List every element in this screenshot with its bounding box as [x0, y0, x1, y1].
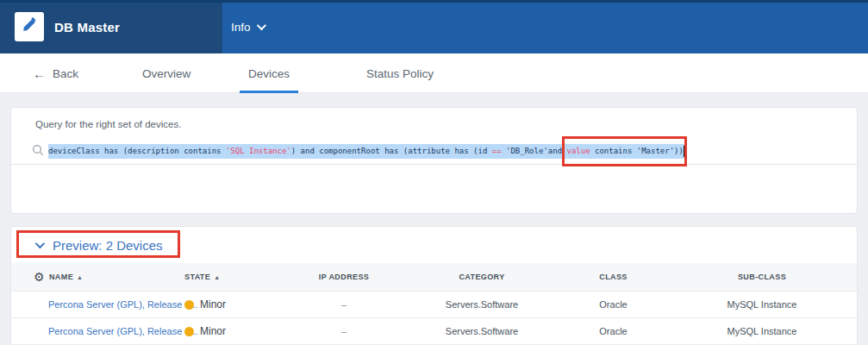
- chevron-down-icon: [35, 239, 45, 248]
- query-seg-1: deviceClass has (description contains: [48, 147, 226, 155]
- back-label: Back: [53, 67, 78, 80]
- tab-overview[interactable]: Overview: [134, 53, 199, 93]
- header-top-edge: [0, 0, 868, 3]
- category-cell: Servers.Software: [400, 326, 564, 336]
- query-seg-7: contains 'Master')): [590, 147, 684, 155]
- class-cell: Oracle: [564, 326, 663, 336]
- column-header-subclass[interactable]: SUB-CLASS: [663, 273, 861, 281]
- query-seg-3: ) and componentRoot has (attribute has (…: [291, 147, 492, 155]
- state-cell: Minor: [184, 325, 288, 337]
- tab-devices-label: Devices: [248, 67, 290, 80]
- column-state-label: STATE: [184, 273, 210, 281]
- ip-address-cell: –: [288, 299, 400, 310]
- query-seg-string-literal: 'SQL Instance': [226, 147, 291, 155]
- tab-status-policy-label: Status Policy: [366, 67, 434, 80]
- table-row[interactable]: Percona Server (GPL), Release 1... Minor…: [11, 318, 857, 345]
- column-subclass-label: SUB-CLASS: [738, 273, 786, 281]
- chevron-down-icon: [256, 21, 265, 30]
- column-header-class[interactable]: CLASS: [564, 273, 663, 281]
- query-heading: Query for the right set of devices.: [35, 119, 181, 129]
- back-button[interactable]: ← Back: [24, 53, 87, 93]
- ip-address-cell: –: [288, 326, 400, 336]
- class-cell: Oracle: [564, 299, 663, 310]
- page-title: DB Master: [54, 20, 120, 34]
- sort-asc-icon: ▲: [214, 274, 220, 280]
- device-query-input[interactable]: deviceClass has (description contains 'S…: [11, 139, 857, 165]
- column-header-ip-address[interactable]: IP ADDRESS: [288, 273, 400, 281]
- pencil-icon: [22, 17, 37, 36]
- column-name-label: NAME: [49, 273, 73, 281]
- preview-title: Preview: 2 Devices: [53, 238, 163, 253]
- table-settings-gear-icon[interactable]: ⚙: [34, 271, 45, 283]
- entity-header-section: DB Master: [0, 0, 222, 53]
- preview-toggle[interactable]: Preview: 2 Devices: [11, 227, 857, 263]
- search-icon: [32, 144, 44, 160]
- tab-bar: ← Back Overview Devices Status Policy: [0, 53, 868, 93]
- device-name-link[interactable]: Percona Server (GPL), Release 1...: [48, 299, 198, 310]
- subclass-cell: MySQL Instance: [663, 326, 861, 336]
- column-header-category[interactable]: CATEGORY: [400, 273, 564, 281]
- query-seg-value-token: value: [566, 147, 590, 155]
- column-header-name[interactable]: NAME▲: [49, 273, 83, 281]
- column-class-label: CLASS: [599, 273, 628, 281]
- column-header-state[interactable]: STATE▲: [184, 273, 288, 281]
- state-label: Minor: [200, 298, 226, 310]
- minor-state-dot-icon: [184, 327, 194, 336]
- table-row[interactable]: Percona Server (GPL), Release 1... Minor…: [11, 292, 857, 318]
- device-table-header: ⚙ NAME▲ STATE▲ IP ADDRESS CATEGORY CLASS…: [11, 263, 857, 292]
- device-name-link[interactable]: Percona Server (GPL), Release 1...: [48, 326, 198, 336]
- tab-overview-label: Overview: [142, 67, 190, 80]
- query-text: deviceClass has (description contains 'S…: [48, 144, 684, 159]
- category-cell: Servers.Software: [400, 299, 564, 310]
- state-cell: Minor: [184, 298, 288, 310]
- app-header: DB Master Info: [0, 0, 868, 53]
- query-seg-5: 'DB_Role'and: [502, 147, 567, 155]
- column-ip-label: IP ADDRESS: [319, 273, 370, 281]
- query-annotated-segment: value contains 'Master')): [566, 146, 684, 157]
- state-label: Minor: [200, 325, 226, 337]
- sort-asc-icon: ▲: [77, 274, 83, 280]
- info-menu[interactable]: Info: [231, 0, 264, 53]
- text-caret: [684, 146, 685, 157]
- subclass-cell: MySQL Instance: [663, 299, 861, 310]
- query-seg-operator: ==: [492, 147, 502, 155]
- minor-state-dot-icon: [184, 300, 194, 310]
- preview-panel: Preview: 2 Devices ⚙ NAME▲ STATE▲ IP ADD…: [10, 226, 858, 345]
- back-arrow-icon: ←: [33, 66, 46, 81]
- query-panel: Query for the right set of devices. devi…: [10, 107, 858, 214]
- tab-status-policy[interactable]: Status Policy: [358, 53, 442, 93]
- edit-entity-button[interactable]: [15, 12, 44, 41]
- column-category-label: CATEGORY: [459, 273, 504, 281]
- info-menu-label: Info: [231, 21, 251, 34]
- tab-devices[interactable]: Devices: [240, 53, 298, 93]
